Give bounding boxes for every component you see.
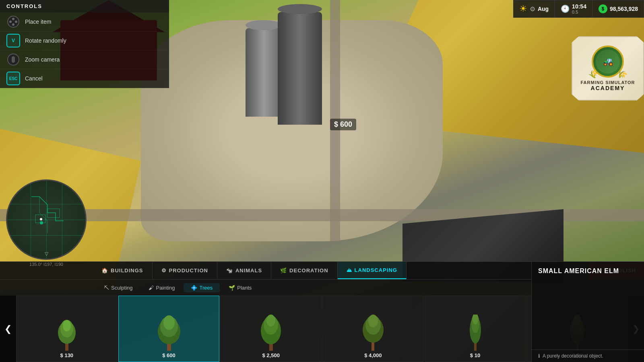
- svg-rect-6: [12, 56, 15, 63]
- wheat-left-icon: 🌾: [587, 68, 601, 81]
- plants-icon: 🌱: [229, 285, 235, 291]
- controls-panel: CONTROLS Place item V Rotate randomly Zo…: [0, 0, 169, 88]
- svg-point-17: [163, 315, 175, 330]
- detail-info-icon: ℹ: [538, 353, 540, 359]
- world-price-tag: $ 600: [330, 119, 356, 130]
- currency-icon: $: [599, 4, 607, 13]
- detail-description: ℹ A purely decorational object.: [532, 350, 644, 362]
- clock-icon: 🕙: [561, 4, 570, 13]
- tree-price-3: $ 2,500: [262, 352, 279, 358]
- time-display: 10:54 0.5: [572, 3, 586, 14]
- control-place-item: Place item: [0, 12, 169, 31]
- painting-icon: 🖌: [149, 285, 154, 291]
- gamepad-icon-2: [6, 53, 20, 66]
- detail-title: SMALL AMERICAN ELM: [532, 262, 644, 278]
- tree-price-2: $ 600: [162, 352, 175, 358]
- minimap-svg: [7, 181, 87, 260]
- sub-tab-sculpting[interactable]: ⛏ Sculpting: [97, 283, 140, 292]
- sub-tab-painting[interactable]: 🖌 Painting: [141, 283, 182, 292]
- tab-buildings[interactable]: 🏠 BUILDINGS: [93, 262, 153, 279]
- speed-value: 0.5: [572, 10, 586, 14]
- silo-1: [246, 28, 282, 117]
- tree-thumb-3: [255, 311, 287, 351]
- v-key-badge: V: [6, 34, 20, 47]
- settings-icon: ⚙: [530, 5, 535, 13]
- svg-rect-8: [47, 209, 60, 218]
- svg-point-25: [368, 315, 378, 327]
- svg-point-1: [12, 18, 14, 20]
- control-rotate: V Rotate randomly: [0, 31, 169, 50]
- tree-price-1: $ 130: [60, 352, 74, 358]
- minimap-coords: 135.0° I197, I190: [0, 262, 93, 267]
- landscaping-icon: ⛰: [347, 267, 352, 273]
- tree-item-1[interactable]: $ 130: [16, 296, 118, 362]
- tab-production[interactable]: ⚙ PRODUCTION: [153, 262, 217, 279]
- zoom-label: Zoom camera: [25, 56, 60, 63]
- month-display: Aug: [538, 6, 549, 12]
- tree-item-5[interactable]: $ 10: [425, 296, 526, 362]
- decoration-icon: 🌿: [280, 267, 287, 274]
- weather-segment: ☀ ⚙ Aug: [513, 0, 555, 18]
- carousel-prev-button[interactable]: ❮: [0, 296, 16, 362]
- sun-icon: ☀: [519, 4, 527, 14]
- time-value: 10:54: [572, 3, 586, 10]
- tractor-icon: 🚜: [603, 56, 613, 67]
- tab-decoration[interactable]: 🌿 DECORATION: [271, 262, 337, 279]
- sculpting-icon: ⛏: [104, 285, 109, 291]
- silo-2: [278, 12, 322, 125]
- top-bar: ☀ ⚙ Aug 🕙 10:54 0.5 $ 98,563,928: [513, 0, 644, 18]
- academy-ring: 🚜 🌾 🌾: [592, 45, 624, 78]
- esc-key-badge: ESC: [6, 72, 20, 85]
- minimap-display: ▽: [6, 179, 87, 260]
- controls-title: CONTROLS: [0, 0, 169, 12]
- tab-animals[interactable]: 🐄 ANIMALS: [217, 262, 271, 279]
- academy-inner: 🚜: [596, 49, 620, 74]
- svg-point-2: [15, 21, 17, 23]
- buildings-icon: 🏠: [101, 267, 108, 274]
- tree-thumb-5: [459, 311, 491, 351]
- balance-segment: $ 98,563,928: [592, 0, 644, 18]
- tree-thumb-2: [153, 311, 185, 351]
- tree-price-5: $ 10: [470, 352, 480, 358]
- gamepad-icon-1: [6, 15, 20, 29]
- compass-s: ▽: [45, 251, 48, 257]
- balance-value: 98,563,928: [610, 6, 638, 12]
- silo-1-top: [246, 20, 282, 30]
- svg-point-9: [40, 221, 43, 224]
- svg-point-3: [12, 23, 14, 26]
- control-zoom: Zoom camera: [0, 50, 169, 69]
- silo-2-top: [278, 4, 322, 14]
- tree-thumb-4: [357, 311, 389, 351]
- tree-item-2[interactable]: $ 600: [118, 296, 220, 362]
- tree-item-3[interactable]: $ 2,500: [220, 296, 322, 362]
- tree-thumb-1: [51, 311, 83, 351]
- rotate-label: Rotate randomly: [25, 37, 66, 44]
- trees-icon: 💠: [191, 285, 197, 291]
- tab-landscaping[interactable]: ⛰ LANDSCAPING: [338, 262, 407, 279]
- svg-point-21: [266, 315, 275, 327]
- production-icon: ⚙: [161, 267, 167, 274]
- animals-icon: 🐄: [226, 267, 233, 274]
- svg-point-13: [63, 320, 71, 331]
- svg-point-4: [9, 21, 12, 23]
- sub-tab-plants[interactable]: 🌱 Plants: [221, 283, 259, 292]
- detail-content-area: [532, 278, 644, 350]
- place-item-label: Place item: [25, 19, 51, 25]
- minimap: ▽ 135.0° I197, I190: [0, 177, 93, 262]
- detail-panel: SMALL AMERICAN ELM ℹ A purely decoration…: [531, 262, 644, 362]
- sub-tab-trees[interactable]: 💠 Trees: [184, 283, 220, 292]
- time-segment: 🕙 10:54 0.5: [555, 0, 592, 18]
- cancel-label: Cancel: [25, 75, 43, 82]
- academy-logo: 🚜 🌾 🌾 FARMING SIMULATOR ACADEMY: [572, 36, 644, 101]
- control-cancel: ESC Cancel: [0, 69, 169, 88]
- academy-subtitle: ACADEMY: [591, 85, 625, 91]
- tree-price-4: $ 4,000: [364, 352, 382, 358]
- wheat-right-icon: 🌾: [615, 68, 629, 81]
- tree-item-4[interactable]: $ 4,000: [322, 296, 424, 362]
- academy-name: FARMING SIMULATOR: [580, 80, 635, 85]
